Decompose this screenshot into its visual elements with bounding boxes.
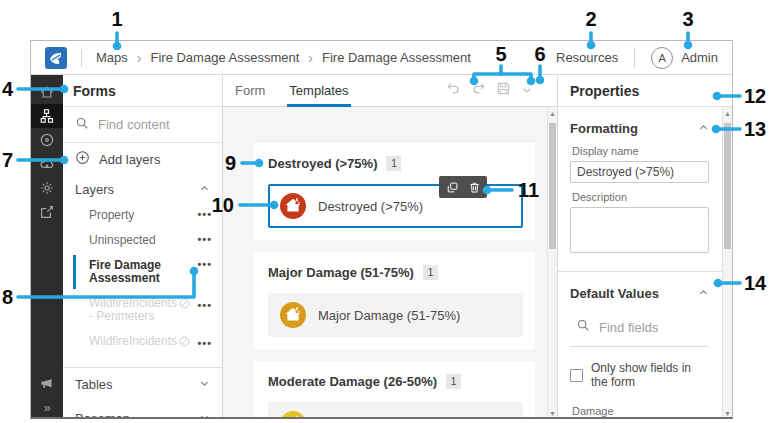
default-values-label: Default Values	[570, 286, 659, 301]
find-content-search[interactable]	[63, 107, 222, 143]
rail-share-icon[interactable]	[31, 200, 63, 224]
layer-options-menu[interactable]: •••	[197, 234, 212, 244]
tables-section-header[interactable]: Tables	[63, 367, 222, 401]
layer-options-menu[interactable]: •••	[197, 338, 212, 348]
collapse-formatting-icon[interactable]	[698, 119, 709, 137]
description-label: Description	[572, 191, 709, 203]
layer-label: WildfireIncidents	[89, 335, 173, 348]
template-group-title: Moderate Damage (26-50%)	[268, 374, 437, 389]
template-count-badge: 1	[423, 265, 438, 280]
find-fields-input[interactable]	[599, 320, 699, 335]
trash-button[interactable]	[468, 181, 481, 194]
rail-cloud-icon[interactable]	[31, 152, 63, 176]
svg-text:7: 7	[2, 149, 13, 171]
layer-options-menu[interactable]: •••	[197, 259, 212, 269]
rail-megaphone-icon[interactable]	[31, 371, 63, 395]
rail-gear-icon[interactable]	[31, 176, 63, 200]
app-window: Maps›Fire Damage Assessment›Fire Damage …	[30, 40, 733, 419]
template-group: Major Damage (51-75%)1Major Damage (51-7…	[253, 252, 535, 349]
app-header: Maps›Fire Damage Assessment›Fire Damage …	[31, 41, 732, 75]
form-editor-panel: Form Templates Destroyed (>75%)1Destroye…	[223, 75, 558, 419]
layer-label: Property	[89, 209, 173, 222]
svg-text:2: 2	[585, 8, 596, 30]
template-card[interactable]: Destroyed (>75%)	[268, 184, 523, 228]
scrollbar-thumb[interactable]	[549, 123, 556, 249]
display-name-label: Display name	[572, 145, 709, 157]
plus-circle-icon	[75, 150, 90, 168]
navigation-rail: »	[31, 75, 63, 419]
rail-forms-icon[interactable]	[31, 104, 63, 128]
template-count-badge: 1	[446, 374, 461, 389]
search-icon	[576, 318, 590, 336]
scroll-up-icon[interactable]: ▲	[548, 108, 557, 118]
rail-expand-icon[interactable]: »	[31, 395, 63, 419]
template-group-title: Major Damage (51-75%)	[268, 265, 414, 280]
scroll-down-icon[interactable]: ▼	[723, 408, 732, 418]
add-layers-button[interactable]: Add layers	[63, 143, 222, 175]
rail-home-icon[interactable]	[31, 80, 63, 104]
svg-text:12: 12	[744, 85, 766, 107]
rail-offline-icon[interactable]	[31, 128, 63, 152]
template-list-scrollbar[interactable]: ▲ ▼	[547, 107, 557, 419]
properties-scrollbar[interactable]: ▲ ▼	[722, 107, 732, 419]
chevron-down-icon[interactable]	[521, 82, 533, 100]
layer-row[interactable]: WildfireIncidents•••	[63, 329, 222, 357]
tab-form[interactable]: Form	[235, 75, 265, 107]
layers-section-header[interactable]: Layers	[63, 175, 222, 203]
header-right: Resources A Admin	[556, 47, 718, 69]
find-content-input[interactable]	[98, 117, 198, 132]
scroll-down-icon[interactable]: ▼	[548, 408, 557, 418]
layer-row[interactable]: Uninspected•••	[63, 228, 222, 253]
section-divider	[558, 271, 723, 272]
chevron-down-icon	[199, 411, 210, 420]
save-icon[interactable]	[496, 81, 511, 100]
template-list: Destroyed (>75%)1Destroyed (>75%)Major D…	[223, 107, 547, 419]
breadcrumb-separator: ›	[137, 50, 142, 66]
breadcrumb-item[interactable]: Fire Damage Assessment	[322, 50, 471, 65]
breadcrumb-item[interactable]: Fire Damage Assessment	[150, 50, 299, 65]
template-card-toolbar	[439, 176, 487, 198]
description-input[interactable]	[570, 207, 709, 253]
svg-text:3: 3	[682, 8, 693, 30]
template-card[interactable]: Moderate Damage (26-50%)	[268, 402, 523, 419]
display-name-input[interactable]	[570, 161, 709, 183]
collapse-default-values-icon[interactable]	[698, 284, 709, 302]
basemap-section-label: Basemap	[75, 411, 130, 420]
damage-symbol-icon	[280, 302, 306, 328]
layer-options-menu[interactable]: •••	[197, 209, 212, 219]
visibility-off-icon	[178, 297, 191, 313]
redo-icon[interactable]	[471, 81, 486, 100]
forms-panel-title: Forms	[73, 83, 116, 99]
svg-text:4: 4	[2, 78, 14, 100]
resources-link[interactable]: Resources	[556, 50, 618, 65]
breadcrumb-item[interactable]: Maps	[96, 50, 128, 65]
template-group: Destroyed (>75%)1Destroyed (>75%)	[253, 143, 535, 240]
damage-field-label: Damage	[572, 405, 709, 417]
formatting-label: Formatting	[570, 121, 638, 136]
damage-symbol-icon	[280, 193, 306, 219]
properties-panel: Properties Formatting Display name Descr…	[558, 75, 732, 419]
scroll-up-icon[interactable]: ▲	[723, 108, 732, 118]
template-card[interactable]: Major Damage (51-75%)	[268, 293, 523, 337]
layers-list: Property•••Uninspected•••Fire Damage Ass…	[63, 203, 222, 357]
properties-body: Formatting Display name Description Defa…	[558, 107, 723, 419]
layer-options-menu[interactable]: •••	[197, 300, 212, 310]
forms-panel: Forms Add layers Layers Property•••Unins…	[63, 75, 223, 419]
layer-row[interactable]: Property•••	[63, 203, 222, 228]
layer-row[interactable]: WildfireIncidents - Perimeters•••	[63, 291, 222, 329]
admin-menu[interactable]: Admin	[681, 50, 718, 65]
damage-symbol-icon	[280, 411, 306, 419]
svg-text:13: 13	[744, 118, 766, 140]
avatar[interactable]: A	[651, 47, 673, 69]
tab-templates[interactable]: Templates	[289, 75, 348, 107]
layers-section-label: Layers	[75, 182, 114, 197]
scrollbar-thumb[interactable]	[724, 123, 731, 249]
undo-icon[interactable]	[446, 81, 461, 100]
add-layers-label: Add layers	[99, 152, 160, 167]
layer-row[interactable]: Fire Damage Assessment•••	[63, 253, 222, 291]
find-fields-search[interactable]	[570, 310, 709, 347]
only-show-fields-checkbox[interactable]	[570, 369, 583, 382]
annotated-screenshot: Maps›Fire Damage Assessment›Fire Damage …	[0, 0, 772, 423]
basemap-section-header[interactable]: Basemap	[63, 401, 222, 419]
duplicate-button[interactable]	[446, 181, 459, 194]
